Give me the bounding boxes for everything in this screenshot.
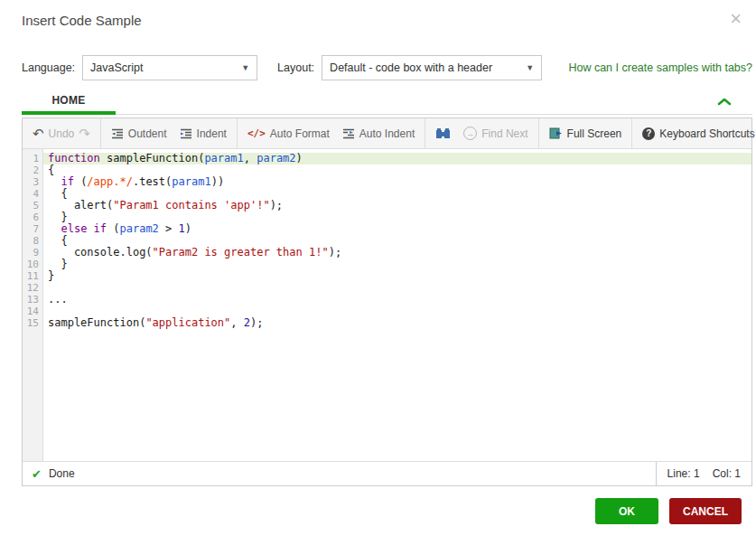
collapse-toolbar-button[interactable]: [715, 93, 733, 110]
find-next-icon: →: [463, 127, 477, 140]
auto-indent-icon: [342, 128, 355, 139]
full-screen-button[interactable]: Full Screen: [543, 118, 629, 148]
auto-format-icon: </>: [247, 128, 266, 138]
question-mark-icon: ?: [642, 127, 655, 140]
line-number: 14: [23, 306, 42, 317]
code-line: }: [43, 270, 751, 282]
code-line: [43, 282, 751, 294]
indent-button[interactable]: Indent: [173, 118, 233, 148]
toolbar-group-help: ? Keyboard Shortcuts: [632, 118, 756, 148]
footer: OK CANCEL: [595, 498, 742, 524]
close-icon[interactable]: ×: [726, 5, 745, 33]
toolbar-group-indent: Outdent Indent: [101, 118, 238, 148]
line-number: 15: [23, 317, 42, 329]
code-lines[interactable]: function sampleFunction(param1, param2){…: [43, 149, 751, 461]
chevron-up-icon: [717, 98, 732, 106]
tab-home[interactable]: HOME: [22, 89, 116, 115]
toolbar-group-format: </> Auto Format Auto Indent: [238, 118, 425, 148]
outdent-icon: [111, 128, 124, 139]
undo-label: Undo: [49, 127, 75, 140]
find-next-button[interactable]: → Find Next: [457, 118, 534, 148]
status-text: Done: [49, 467, 75, 480]
layout-select[interactable]: Default - code box with a header ▼: [322, 55, 542, 80]
cursor-position: Line: 1 Col: 1: [656, 462, 751, 485]
language-selected-value: JavaScript: [90, 61, 143, 74]
line-number: 13: [23, 294, 42, 306]
undo-icon: ↶: [33, 127, 44, 140]
layout-label: Layout:: [277, 61, 314, 74]
code-line: if (/app.*/.test(param1)): [43, 176, 751, 188]
code-editor: ↶ Undo ↷ Outdent Indent: [22, 118, 752, 486]
code-line: console.log("Param2 is greater than 1!")…: [43, 247, 751, 259]
code-line: alert("Param1 contains 'app'!");: [43, 200, 751, 212]
insert-code-sample-dialog: { "dialog": { "title": "Insert Code Samp…: [0, 0, 756, 536]
undo-button[interactable]: ↶ Undo ↷: [26, 118, 97, 148]
code-line: sampleFunction("application", 2);: [43, 317, 751, 329]
help-link[interactable]: How can I create samples with tabs?: [568, 61, 752, 74]
options-row: Language: JavaScript ▼ Layout: Default -…: [22, 54, 752, 81]
line-number: 5: [23, 200, 42, 212]
redo-icon: ↷: [79, 127, 90, 140]
editor-toolbar: ↶ Undo ↷ Outdent Indent: [23, 118, 751, 149]
line-number: 2: [23, 165, 42, 176]
code-line: }: [43, 259, 751, 270]
line-number: 9: [23, 247, 42, 259]
toolbar-group-find: → Find Next: [425, 118, 538, 148]
toolbar-group-history: ↶ Undo ↷: [23, 118, 101, 148]
auto-indent-button[interactable]: Auto Indent: [336, 118, 421, 148]
auto-format-button[interactable]: </> Auto Format: [241, 118, 336, 148]
full-screen-icon: [549, 127, 563, 139]
chevron-down-icon: ▼: [526, 63, 534, 72]
line-number: 10: [23, 259, 42, 270]
language-label: Language:: [22, 61, 75, 74]
tab-strip: HOME: [22, 89, 752, 115]
language-select[interactable]: JavaScript ▼: [82, 55, 257, 80]
line-number: 1: [23, 153, 42, 165]
layout-selected-value: Default - code box with a header: [330, 61, 492, 74]
indent-label: Indent: [197, 127, 227, 140]
code-line: else if (param2 > 1): [43, 223, 751, 235]
code-area[interactable]: 123456789101112131415 function sampleFun…: [23, 149, 751, 461]
line-number: 6: [23, 212, 42, 223]
find-next-label: Find Next: [481, 127, 527, 140]
outdent-button[interactable]: Outdent: [105, 118, 173, 148]
check-icon: ✔: [32, 467, 42, 481]
indent-icon: [180, 128, 192, 139]
line-indicator: Line: 1: [667, 467, 700, 480]
keyboard-shortcuts-button[interactable]: ? Keyboard Shortcuts: [636, 118, 756, 148]
toolbar-group-fullscreen: Full Screen: [539, 118, 633, 148]
code-line: ...: [43, 294, 751, 306]
ok-button[interactable]: OK: [595, 498, 658, 524]
line-number: 12: [23, 282, 42, 294]
keyboard-shortcuts-label: Keyboard Shortcuts: [659, 127, 754, 140]
line-number: 4: [23, 188, 42, 200]
line-number: 3: [23, 176, 42, 188]
auto-indent-label: Auto Indent: [359, 127, 415, 140]
col-indicator: Col: 1: [713, 467, 741, 480]
status-bar: ✔ Done Line: 1 Col: 1: [23, 461, 751, 485]
page-title: Insert Code Sample: [22, 13, 142, 28]
line-number-gutter: 123456789101112131415: [23, 149, 43, 461]
binoculars-icon: [435, 127, 451, 139]
cancel-button[interactable]: CANCEL: [669, 498, 742, 524]
line-number: 11: [23, 270, 42, 282]
code-line: function sampleFunction(param1, param2): [43, 153, 751, 165]
auto-format-label: Auto Format: [270, 127, 330, 140]
outdent-label: Outdent: [128, 127, 167, 140]
chevron-down-icon: ▼: [241, 63, 249, 72]
line-number: 8: [23, 235, 42, 247]
line-number: 7: [23, 223, 42, 235]
full-screen-label: Full Screen: [567, 127, 622, 140]
find-button[interactable]: [429, 118, 457, 148]
